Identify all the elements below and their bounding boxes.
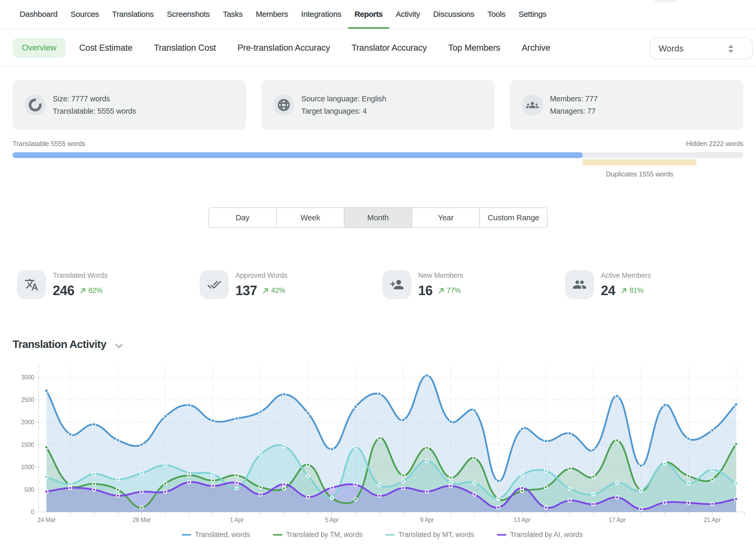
svg-text:17 Apr: 17 Apr bbox=[609, 516, 626, 523]
svg-text:500: 500 bbox=[24, 486, 34, 493]
svg-text:5 Apr: 5 Apr bbox=[325, 516, 339, 523]
svg-text:9 Apr: 9 Apr bbox=[420, 516, 434, 523]
svg-text:1500: 1500 bbox=[21, 441, 34, 448]
svg-text:2000: 2000 bbox=[21, 419, 34, 426]
svg-text:2500: 2500 bbox=[21, 396, 34, 403]
svg-text:24 Mar: 24 Mar bbox=[37, 516, 56, 523]
svg-text:0: 0 bbox=[31, 509, 34, 515]
svg-text:21 Apr: 21 Apr bbox=[704, 516, 721, 523]
svg-text:13 Apr: 13 Apr bbox=[514, 516, 531, 523]
svg-text:3000: 3000 bbox=[21, 374, 34, 381]
svg-text:28 Mar: 28 Mar bbox=[133, 516, 151, 523]
svg-text:1000: 1000 bbox=[21, 464, 34, 470]
svg-text:1 Apr: 1 Apr bbox=[230, 516, 244, 523]
